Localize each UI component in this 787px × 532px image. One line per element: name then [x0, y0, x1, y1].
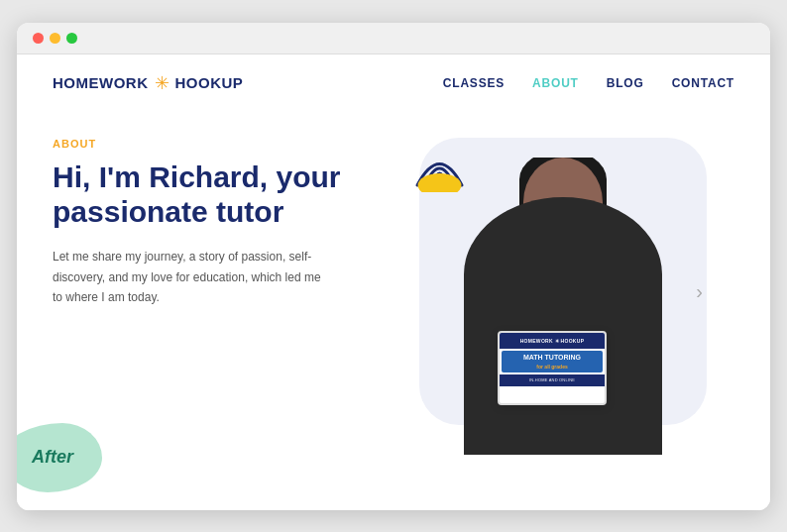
nav-link-contact[interactable]: CONTACT [672, 76, 734, 90]
next-chevron[interactable]: › [696, 279, 703, 302]
browser-chrome [17, 23, 770, 54]
browser-window: HOMEWORK ✳ HOOKUP CLASSES ABOUT BLOG CON… [17, 23, 770, 510]
minimize-dot[interactable] [50, 33, 60, 44]
after-blob: After [17, 423, 102, 492]
nav-links: CLASSES ABOUT BLOG CONTACT [443, 76, 734, 90]
hero-description: Let me share my journey, a story of pass… [53, 247, 330, 307]
after-badge: After [17, 423, 102, 492]
box-header: HOMEWORK ✳ HOOKUP [500, 333, 605, 349]
page-content: HOMEWORK ✳ HOOKUP CLASSES ABOUT BLOG CON… [17, 54, 770, 510]
box-footer: IN-HOME AND ONLINE [500, 374, 605, 386]
hero-image-area: HOMEWORK ✳ HOOKUP MATH TUTORING for all … [370, 128, 707, 455]
hero-text: ABOUT Hi, I'm Richard, your passionate t… [53, 128, 370, 308]
box-subtitle: for all grades [506, 364, 599, 370]
box-footer-text: IN-HOME AND ONLINE [529, 377, 575, 382]
box-brand-text: HOMEWORK ✳ HOOKUP [520, 338, 585, 344]
tutor-body [464, 197, 662, 455]
nav-link-blog[interactable]: BLOG [607, 76, 644, 90]
math-tutoring-box: HOMEWORK ✳ HOOKUP MATH TUTORING for all … [498, 331, 607, 405]
hero-title: Hi, I'm Richard, your passionate tutor [53, 160, 370, 230]
about-label: ABOUT [53, 138, 370, 150]
after-text: After [32, 447, 73, 468]
nav-link-about[interactable]: ABOUT [532, 76, 579, 90]
hero-section: ABOUT Hi, I'm Richard, your passionate t… [17, 108, 770, 475]
maximize-dot[interactable] [66, 33, 77, 44]
tutor-figure: HOMEWORK ✳ HOOKUP MATH TUTORING for all … [444, 158, 682, 455]
box-main-title: MATH TUTORING [506, 354, 599, 362]
brand-hookup: HOOKUP [175, 74, 244, 91]
navbar: HOMEWORK ✳ HOOKUP CLASSES ABOUT BLOG CON… [17, 54, 770, 108]
nav-link-classes[interactable]: CLASSES [443, 76, 505, 90]
brand-star-icon: ✳ [155, 72, 169, 94]
box-main-content: MATH TUTORING for all grades [502, 351, 603, 372]
brand-logo[interactable]: HOMEWORK ✳ HOOKUP [53, 72, 243, 94]
close-dot[interactable] [33, 33, 44, 44]
tutor-photo: HOMEWORK ✳ HOOKUP MATH TUTORING for all … [439, 148, 687, 455]
wave-decoration [407, 138, 472, 196]
brand-homework: HOMEWORK [53, 74, 149, 91]
